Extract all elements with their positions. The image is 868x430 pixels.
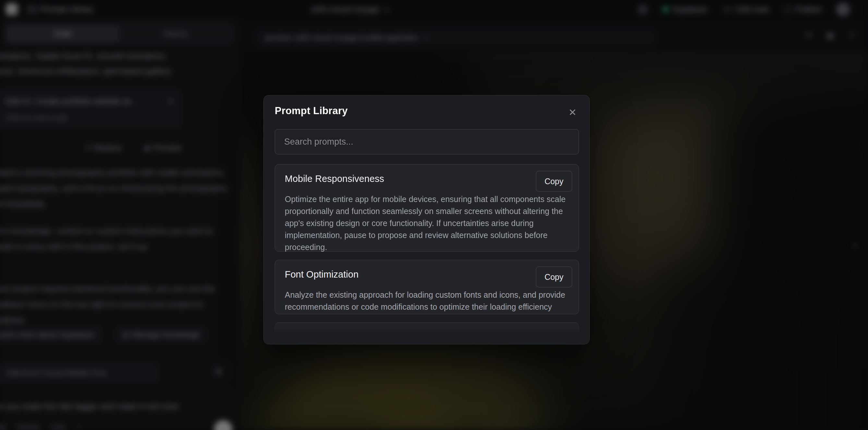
- modal-title: Prompt Library: [275, 105, 348, 117]
- close-icon[interactable]: ✕: [567, 106, 578, 118]
- prompt-card-description: Optimize the entire app for mobile devic…: [285, 193, 570, 253]
- app-window: Prompt Library artfx-visual-voyage ∨ Sup…: [0, 0, 868, 430]
- prompt-card-description: Analyze the existing approach for loadin…: [285, 289, 570, 313]
- prompt-card: Mobile Responsiveness Copy Optimize the …: [275, 164, 579, 252]
- search-input[interactable]: [275, 129, 579, 154]
- scroll-fade: [264, 318, 590, 344]
- prompt-card-title: Font Optimization: [285, 269, 569, 280]
- copy-label: Copy: [545, 272, 563, 282]
- prompt-library-modal: Prompt Library ✕ Mobile Responsiveness C…: [264, 95, 590, 344]
- prompt-card-title: Mobile Responsiveness: [285, 174, 569, 184]
- copy-button[interactable]: Copy: [536, 267, 572, 287]
- prompt-card: Font Optimization Copy Analyze the exist…: [275, 260, 579, 314]
- copy-label: Copy: [545, 177, 563, 186]
- copy-button[interactable]: Copy: [536, 171, 572, 192]
